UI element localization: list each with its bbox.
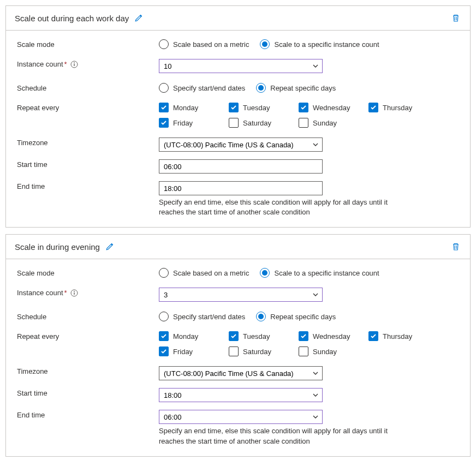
instance-count-input[interactable]: [164, 62, 318, 70]
start-time-field[interactable]: [159, 159, 323, 174]
radio-label: Specify start/end dates: [173, 313, 245, 321]
svg-rect-2: [74, 64, 74, 66]
checkbox-label: Saturday: [243, 119, 271, 127]
scale-mode-label: Scale mode: [17, 39, 159, 49]
checkbox-label: Wednesday: [313, 332, 350, 340]
start-time-label: Start time: [17, 388, 159, 397]
checkbox-icon: [229, 118, 239, 128]
scale-mode-metric-radio[interactable]: Scale based on a metric: [159, 268, 249, 278]
instance-count-label: Instance count*: [17, 288, 159, 297]
radio-label: Repeat specific days: [270, 313, 336, 321]
checkbox-label: Sunday: [313, 348, 337, 356]
instance-count-select[interactable]: [159, 288, 323, 302]
radio-label: Scale based on a metric: [173, 269, 249, 277]
scale-mode-radio-group: Scale based on a metric Scale to a speci…: [159, 39, 459, 49]
scale-condition-panel: Scale out during each work day Scale mod…: [5, 5, 471, 228]
end-time-hint: Specify an end time, else this scale con…: [159, 426, 404, 446]
required-marker: *: [64, 60, 67, 68]
day-sunday-checkbox[interactable]: Sunday: [299, 346, 368, 356]
start-time-label: Start time: [17, 159, 159, 169]
edit-icon[interactable]: [104, 241, 115, 252]
chevron-down-icon: [312, 291, 319, 298]
panel-body: Scale mode Scale based on a metric Scale…: [6, 31, 470, 227]
radio-icon: [260, 39, 270, 49]
checkbox-icon: [159, 118, 169, 128]
day-thursday-checkbox[interactable]: Thursday: [368, 331, 438, 341]
checkbox-icon: [299, 118, 308, 128]
timezone-label: Timezone: [17, 366, 159, 375]
instance-count-label: Instance count*: [17, 59, 159, 68]
checkbox-icon: [229, 103, 239, 112]
checkbox-icon: [299, 331, 308, 341]
radio-icon: [159, 312, 169, 321]
checkbox-icon: [159, 331, 169, 341]
timezone-input[interactable]: [164, 369, 318, 378]
timezone-select[interactable]: [159, 138, 323, 152]
schedule-dates-radio[interactable]: Specify start/end dates: [159, 312, 245, 321]
scale-mode-label: Scale mode: [17, 268, 159, 277]
edit-icon[interactable]: [133, 13, 144, 23]
end-time-field[interactable]: [159, 410, 323, 424]
end-time-field[interactable]: [159, 181, 323, 195]
end-time-label: End time: [17, 410, 159, 419]
schedule-radio-group: Specify start/end dates Repeat specific …: [159, 83, 459, 93]
end-time-input[interactable]: [164, 413, 318, 421]
day-thursday-checkbox[interactable]: Thursday: [368, 103, 438, 112]
required-marker: *: [64, 289, 67, 297]
day-monday-checkbox[interactable]: Monday: [159, 331, 229, 341]
day-monday-checkbox[interactable]: Monday: [159, 103, 229, 112]
end-time-input[interactable]: [164, 184, 318, 193]
svg-point-1: [74, 62, 75, 63]
start-time-input[interactable]: [164, 163, 318, 171]
chevron-down-icon: [312, 63, 319, 69]
radio-label: Scale based on a metric: [173, 40, 249, 49]
chevron-down-icon: [312, 370, 319, 377]
day-sunday-checkbox[interactable]: Sunday: [299, 118, 368, 128]
instance-count-input[interactable]: [164, 291, 318, 299]
delete-icon[interactable]: [450, 241, 461, 252]
chevron-down-icon: [312, 392, 319, 398]
start-time-input[interactable]: [164, 391, 318, 399]
instance-count-select[interactable]: [159, 59, 323, 73]
chevron-down-icon: [312, 414, 319, 420]
checkbox-icon: [159, 103, 169, 112]
start-time-field[interactable]: [159, 388, 323, 402]
scale-mode-specific-radio[interactable]: Scale to a specific instance count: [260, 268, 379, 278]
schedule-repeat-radio[interactable]: Repeat specific days: [256, 312, 336, 321]
radio-icon: [256, 83, 266, 93]
svg-point-4: [74, 291, 75, 292]
schedule-repeat-radio[interactable]: Repeat specific days: [256, 83, 336, 93]
panel-header: Scale in during evening: [6, 235, 470, 259]
checkbox-label: Monday: [173, 104, 198, 112]
timezone-input[interactable]: [164, 141, 318, 149]
day-wednesday-checkbox[interactable]: Wednesday: [299, 331, 368, 341]
info-icon[interactable]: [70, 61, 78, 68]
scale-mode-metric-radio[interactable]: Scale based on a metric: [159, 39, 249, 49]
day-friday-checkbox[interactable]: Friday: [159, 346, 229, 356]
day-wednesday-checkbox[interactable]: Wednesday: [299, 103, 368, 112]
end-time-hint: Specify an end time, else this scale con…: [159, 198, 404, 217]
day-friday-checkbox[interactable]: Friday: [159, 118, 229, 128]
checkbox-icon: [299, 346, 308, 356]
chevron-down-icon: [312, 141, 319, 148]
checkbox-label: Wednesday: [313, 104, 350, 112]
scale-mode-specific-radio[interactable]: Scale to a specific instance count: [260, 39, 379, 49]
timezone-select[interactable]: [159, 366, 323, 380]
info-icon[interactable]: [70, 289, 78, 297]
schedule-label: Schedule: [17, 83, 159, 92]
checkbox-icon: [229, 346, 239, 356]
radio-label: Specify start/end dates: [173, 84, 245, 92]
panel-header: Scale out during each work day: [6, 6, 470, 31]
delete-icon[interactable]: [450, 13, 461, 23]
end-time-label: End time: [17, 181, 159, 190]
radio-icon: [159, 39, 169, 49]
timezone-label: Timezone: [17, 138, 159, 147]
scale-mode-radio-group: Scale based on a metric Scale to a speci…: [159, 268, 459, 278]
repeat-every-label: Repeat every: [17, 331, 159, 340]
day-tuesday-checkbox[interactable]: Tuesday: [229, 331, 299, 341]
day-tuesday-checkbox[interactable]: Tuesday: [229, 103, 299, 112]
day-saturday-checkbox[interactable]: Saturday: [229, 346, 299, 356]
schedule-dates-radio[interactable]: Specify start/end dates: [159, 83, 245, 93]
day-saturday-checkbox[interactable]: Saturday: [229, 118, 299, 128]
panel-body: Scale mode Scale based on a metric Scale…: [6, 259, 470, 456]
